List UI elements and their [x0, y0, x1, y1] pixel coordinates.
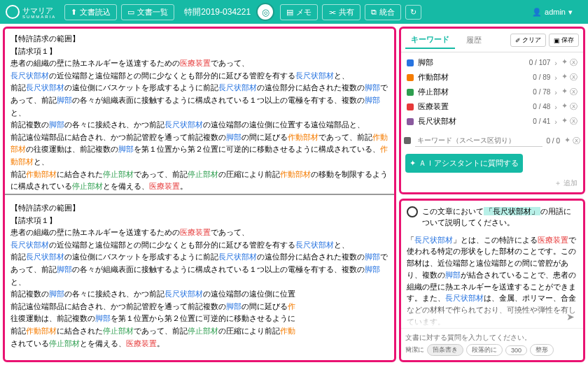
center-round-button[interactable]: ◎ [256, 3, 274, 21]
save-button[interactable]: ▣保存 [549, 34, 579, 47]
highlighted-term: 「長尺状部材」 [484, 207, 540, 215]
share-button[interactable]: ⫘共有 [322, 4, 360, 20]
sparkle-icon[interactable]: ✦ [561, 87, 568, 97]
chevron-right-icon[interactable]: › [554, 117, 557, 126]
chevron-down-icon: ▾ [568, 8, 573, 17]
merge-icon: ⧉ [371, 8, 377, 17]
remove-icon[interactable]: ⓧ [570, 72, 578, 83]
document-panel: 【特許請求の範囲】 【請求項１】 患者の組織の壁に熱エネルギーを送達するための医… [3, 27, 396, 362]
chevron-right-icon[interactable]: › [554, 73, 557, 82]
kw-color-swatch[interactable] [407, 89, 414, 96]
clear-button[interactable]: ✐クリア [510, 34, 546, 47]
keyword-row[interactable]: 医療装置 0 / 48 › ✦ⓧ [404, 99, 580, 114]
remove-icon[interactable]: ⓧ [570, 57, 578, 68]
opt-concise-label: 簡潔に [405, 345, 424, 355]
tab-history[interactable]: 履歴 [461, 32, 487, 48]
new-kw-color[interactable] [404, 137, 411, 144]
user-menu[interactable]: 👤admin▾ [526, 6, 578, 19]
share-label: 共有 [339, 7, 354, 17]
kw-name: 作動部材 [418, 72, 528, 83]
logo-subtext: SUMMARIA [22, 15, 56, 19]
document-content-bottom[interactable]: 【特許請求の範囲】 【請求項１】 患者の組織の壁に熱エネルギーを送達するための医… [5, 198, 394, 360]
section-claims-2: 【特許請求の範囲】 [10, 202, 388, 215]
remove-icon[interactable]: ⓧ [570, 101, 578, 112]
claim-1-label-2: 【請求項１】 [10, 215, 388, 227]
section-claims: 【特許請求の範囲】 [10, 33, 388, 45]
keyword-row[interactable]: 停止部材 0 / 78 › ✦ⓧ [404, 85, 580, 99]
kw-name: 医療装置 [418, 101, 528, 112]
sparkle-icon[interactable]: ✦ [561, 57, 568, 68]
document-content-top[interactable]: 【特許請求の範囲】 【請求項１】 患者の組織の壁に熱エネルギーを送達するための医… [5, 29, 394, 191]
chat-panel: この文章において「長尺状部材」の用語について説明してください。 「長尺状部材」と… [399, 199, 585, 362]
merge-button[interactable]: ⧉統合 [365, 4, 401, 20]
kw-color-swatch[interactable] [407, 74, 414, 81]
refresh-button[interactable]: ↻ [405, 5, 421, 20]
assistant-icon [407, 206, 418, 217]
opt-paragraph[interactable]: 段落的に [466, 344, 503, 356]
refresh-icon: ↻ [410, 8, 416, 17]
new-kw-count: 0 / 0 [547, 137, 560, 145]
chat-answer: 「長尺状部材」とは、この特許による医療装置で使われる特定の形状をした部材のことで… [401, 234, 583, 329]
user-icon: 👤 [532, 8, 542, 17]
pane-divider[interactable] [5, 194, 394, 195]
ai-assistant-button[interactable]: ✦ＡＩアシスタントに質問する [405, 154, 523, 173]
remove-icon[interactable]: ⓧ [573, 136, 580, 146]
brush-icon: ✐ [515, 37, 521, 44]
kw-color-swatch[interactable] [407, 103, 414, 110]
kw-count: 0 / 41 [533, 117, 550, 125]
tab-keywords[interactable]: キーワード [405, 31, 455, 49]
sparkle-icon[interactable]: ✦ [561, 72, 568, 83]
kw-color-swatch[interactable] [407, 118, 414, 125]
remove-icon[interactable]: ⓧ [570, 116, 578, 127]
opt-format[interactable]: 整形 [530, 344, 554, 356]
chat-question: この文章において「長尺状部材」の用語について説明してください。 [401, 201, 583, 234]
note-icon: ▤ [286, 8, 293, 17]
sparkle-icon[interactable]: ✦ [561, 101, 568, 112]
swirl-icon: ◎ [262, 7, 270, 17]
bookmark-icon: ▣ [554, 37, 560, 44]
remove-icon[interactable]: ⓧ [570, 87, 578, 97]
folder-icon: ▭ [127, 8, 134, 17]
add-keyword-link[interactable]: ＋ 追加 [401, 177, 583, 192]
sparkle-icon: ✦ [410, 159, 416, 168]
keyword-panel: キーワード 履歴 ✐クリア ▣保存 脚部 0 / 107 › ✦ⓧ 作動部材 0… [399, 27, 585, 194]
keyword-row[interactable]: 長尺状部材 0 / 41 › ✦ⓧ [404, 114, 580, 129]
kw-name: 長尺状部材 [418, 116, 528, 127]
opt-bullets[interactable]: 箇条書き [427, 344, 463, 356]
claim-1-label: 【請求項１】 [10, 45, 388, 58]
kw-color-swatch[interactable] [407, 59, 414, 66]
opt-length[interactable]: 300 [505, 345, 527, 355]
chevron-right-icon[interactable]: › [554, 88, 557, 96]
doc-list-button[interactable]: ▭文書一覧 [121, 4, 174, 20]
kw-count: 0 / 48 [533, 103, 550, 110]
doc-list-label: 文書一覧 [137, 7, 168, 17]
kw-count: 0 / 89 [533, 73, 550, 81]
keyword-row[interactable]: 脚部 0 / 107 › ✦ⓧ [404, 55, 580, 70]
sparkle-icon[interactable]: ✦ [564, 136, 570, 146]
memo-label: メモ [296, 7, 312, 17]
chevron-right-icon[interactable]: › [554, 103, 557, 111]
share-icon: ⫘ [328, 8, 336, 16]
sparkle-icon[interactable]: ✦ [561, 116, 568, 127]
kw-name: 脚部 [418, 57, 525, 68]
load-doc-button[interactable]: ⬆文書読込 [64, 4, 117, 20]
send-button[interactable]: ➤ [566, 311, 575, 322]
logo-icon [6, 5, 20, 19]
load-doc-label: 文書読込 [80, 7, 111, 17]
chat-input[interactable] [405, 334, 579, 341]
user-label: admin [545, 8, 566, 16]
kw-count: 0 / 78 [533, 88, 550, 96]
memo-button[interactable]: ▤メモ [280, 4, 318, 20]
keyword-row[interactable]: 作動部材 0 / 89 › ✦ⓧ [404, 70, 580, 85]
kw-count: 0 / 107 [529, 59, 551, 66]
upload-icon: ⬆ [71, 8, 77, 17]
document-id: 特開2019-034221 [184, 6, 251, 18]
logo-text: サマリア [22, 6, 53, 15]
logo: サマリア SUMMARIA [6, 5, 56, 19]
claim-text-2: 患者の組織の壁に熱エネルギーを送達するための医療装置であって、 長尺状部材の近位… [10, 227, 388, 350]
merge-label: 統合 [379, 7, 395, 17]
chevron-right-icon[interactable]: › [554, 59, 557, 67]
claim-text: 患者の組織の壁に熱エネルギーを送達するための医療装置であって、 長尺状部材の近位… [10, 57, 388, 191]
kw-name: 停止部材 [418, 87, 528, 97]
keyword-input[interactable] [415, 134, 542, 147]
